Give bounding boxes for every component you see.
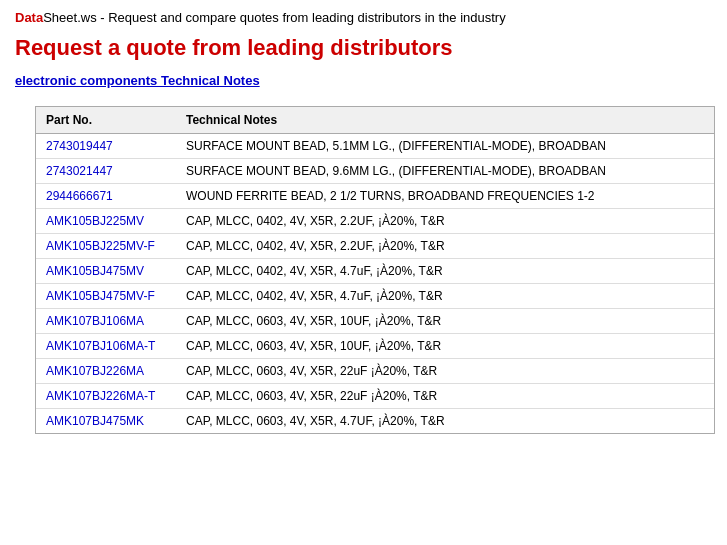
brand-ws: .ws — [77, 10, 97, 25]
part-number-link[interactable]: 2944666671 — [46, 189, 113, 203]
col-header-part: Part No. — [36, 107, 176, 134]
technical-notes-cell: CAP, MLCC, 0603, 4V, X5R, 4.7UF, ¡À20%, … — [176, 409, 714, 434]
part-number-cell: AMK107BJ475MK — [36, 409, 176, 434]
part-number-cell: AMK107BJ106MA — [36, 309, 176, 334]
part-number-link[interactable]: AMK105BJ225MV-F — [46, 239, 155, 253]
table-row: AMK107BJ226MA-TCAP, MLCC, 0603, 4V, X5R,… — [36, 384, 714, 409]
table-row: AMK107BJ475MKCAP, MLCC, 0603, 4V, X5R, 4… — [36, 409, 714, 434]
header-bar: DataSheet.ws - Request and compare quote… — [15, 10, 712, 25]
part-number-link[interactable]: AMK107BJ226MA — [46, 364, 144, 378]
table-header-row: Part No. Technical Notes — [36, 107, 714, 134]
brand-sheet: Sheet — [43, 10, 77, 25]
table-row: AMK105BJ475MV-FCAP, MLCC, 0402, 4V, X5R,… — [36, 284, 714, 309]
table-row: AMK107BJ106MA-TCAP, MLCC, 0603, 4V, X5R,… — [36, 334, 714, 359]
technical-notes-cell: CAP, MLCC, 0402, 4V, X5R, 2.2UF, ¡À20%, … — [176, 234, 714, 259]
technical-notes-cell: CAP, MLCC, 0402, 4V, X5R, 4.7uF, ¡À20%, … — [176, 259, 714, 284]
part-number-link[interactable]: AMK107BJ226MA-T — [46, 389, 155, 403]
part-number-cell: AMK105BJ475MV-F — [36, 284, 176, 309]
table-body: 2743019447SURFACE MOUNT BEAD, 5.1MM LG.,… — [36, 134, 714, 434]
table-row: 2944666671WOUND FERRITE BEAD, 2 1/2 TURN… — [36, 184, 714, 209]
technical-notes-cell: CAP, MLCC, 0402, 4V, X5R, 4.7uF, ¡À20%, … — [176, 284, 714, 309]
part-number-cell: AMK105BJ225MV — [36, 209, 176, 234]
part-number-cell: 2743021447 — [36, 159, 176, 184]
part-number-cell: AMK105BJ475MV — [36, 259, 176, 284]
table-row: AMK107BJ106MACAP, MLCC, 0603, 4V, X5R, 1… — [36, 309, 714, 334]
part-number-cell: 2944666671 — [36, 184, 176, 209]
main-title: Request a quote from leading distributor… — [15, 35, 712, 61]
part-number-cell: AMK107BJ106MA-T — [36, 334, 176, 359]
technical-notes-cell: CAP, MLCC, 0603, 4V, X5R, 10UF, ¡À20%, T… — [176, 334, 714, 359]
technical-notes-cell: CAP, MLCC, 0603, 4V, X5R, 22uF ¡À20%, T&… — [176, 384, 714, 409]
section-link[interactable]: electronic components Technical Notes — [15, 73, 712, 88]
part-number-cell: AMK105BJ225MV-F — [36, 234, 176, 259]
table-row: 2743021447SURFACE MOUNT BEAD, 9.6MM LG.,… — [36, 159, 714, 184]
part-number-link[interactable]: AMK105BJ225MV — [46, 214, 144, 228]
technical-notes-cell: CAP, MLCC, 0603, 4V, X5R, 22uF ¡À20%, T&… — [176, 359, 714, 384]
part-number-link[interactable]: AMK107BJ475MK — [46, 414, 144, 428]
part-number-link[interactable]: AMK105BJ475MV — [46, 264, 144, 278]
table-row: AMK105BJ225MV-FCAP, MLCC, 0402, 4V, X5R,… — [36, 234, 714, 259]
part-number-link[interactable]: 2743019447 — [46, 139, 113, 153]
brand-data: Data — [15, 10, 43, 25]
section-link-anchor[interactable]: electronic components Technical Notes — [15, 73, 260, 88]
part-number-cell: 2743019447 — [36, 134, 176, 159]
table-row: AMK107BJ226MACAP, MLCC, 0603, 4V, X5R, 2… — [36, 359, 714, 384]
table-row: 2743019447SURFACE MOUNT BEAD, 5.1MM LG.,… — [36, 134, 714, 159]
part-number-link[interactable]: 2743021447 — [46, 164, 113, 178]
part-number-link[interactable]: AMK105BJ475MV-F — [46, 289, 155, 303]
col-header-notes: Technical Notes — [176, 107, 714, 134]
technical-notes-cell: CAP, MLCC, 0603, 4V, X5R, 10UF, ¡À20%, T… — [176, 309, 714, 334]
header-tagline: - Request and compare quotes from leadin… — [97, 10, 506, 25]
technical-notes-cell: SURFACE MOUNT BEAD, 5.1MM LG., (DIFFEREN… — [176, 134, 714, 159]
table-row: AMK105BJ225MVCAP, MLCC, 0402, 4V, X5R, 2… — [36, 209, 714, 234]
part-number-cell: AMK107BJ226MA-T — [36, 384, 176, 409]
parts-table: Part No. Technical Notes 2743019447SURFA… — [36, 107, 714, 433]
technical-notes-cell: CAP, MLCC, 0402, 4V, X5R, 2.2UF, ¡À20%, … — [176, 209, 714, 234]
table-container: Part No. Technical Notes 2743019447SURFA… — [35, 106, 715, 434]
technical-notes-cell: SURFACE MOUNT BEAD, 9.6MM LG., (DIFFEREN… — [176, 159, 714, 184]
part-number-link[interactable]: AMK107BJ106MA — [46, 314, 144, 328]
table-row: AMK105BJ475MVCAP, MLCC, 0402, 4V, X5R, 4… — [36, 259, 714, 284]
technical-notes-cell: WOUND FERRITE BEAD, 2 1/2 TURNS, BROADBA… — [176, 184, 714, 209]
part-number-link[interactable]: AMK107BJ106MA-T — [46, 339, 155, 353]
part-number-cell: AMK107BJ226MA — [36, 359, 176, 384]
